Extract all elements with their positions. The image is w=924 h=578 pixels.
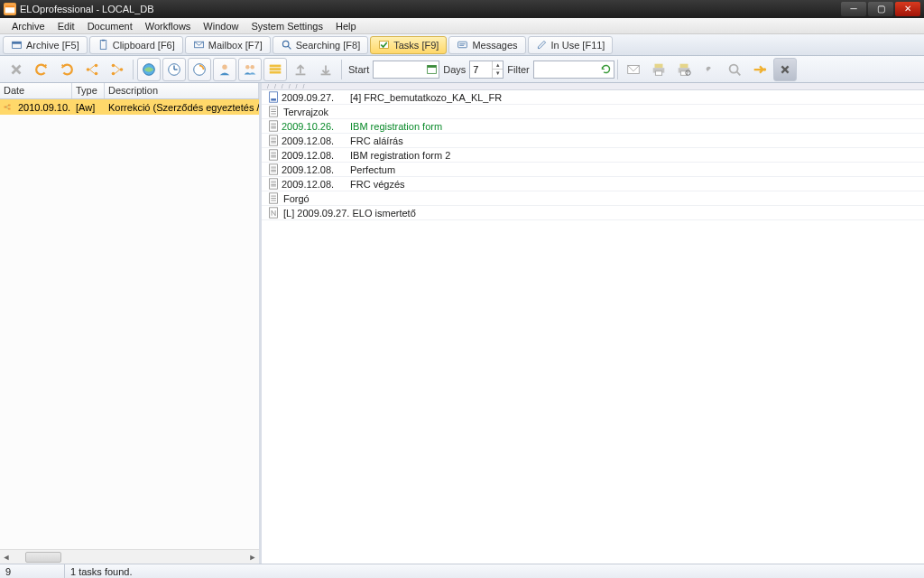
tab-tasks[interactable]: Tasks [F9] [370, 36, 447, 54]
svg-rect-67 [271, 166, 276, 168]
menu-document[interactable]: Document [81, 21, 139, 32]
workflow-branch-button[interactable] [106, 58, 129, 81]
days-field[interactable] [470, 61, 492, 78]
view-group-button[interactable] [238, 58, 262, 81]
app-icon [4, 3, 16, 15]
workflow-start-button[interactable] [80, 58, 104, 81]
view-clock-button[interactable] [162, 58, 186, 81]
document-title: Forgó [282, 193, 924, 204]
scroll-right-icon[interactable]: ► [246, 553, 259, 562]
document-row[interactable]: Tervrajzok [262, 105, 924, 119]
status-bar: 9 1 tasks found. [0, 564, 924, 578]
document-row[interactable]: 2009.12.08.FRC aláírás [262, 134, 924, 148]
document-date: 2009.10.26. [282, 121, 348, 132]
forward-button[interactable] [748, 58, 772, 81]
col-description[interactable]: Description [105, 83, 259, 98]
tab-clipboard[interactable]: Clipboard [F6] [89, 36, 183, 54]
refresh-icon[interactable] [599, 63, 614, 75]
svg-rect-58 [269, 135, 277, 145]
view-list-button[interactable] [263, 58, 287, 81]
upload-button[interactable] [289, 58, 312, 81]
task-row[interactable]: 2010.09.10. [Aw] Korrekció (Szerződés eg… [0, 99, 259, 115]
start-date-input[interactable] [373, 61, 439, 79]
tab-inuse[interactable]: In Use [F11] [528, 36, 614, 54]
svg-rect-9 [380, 41, 389, 48]
svg-rect-33 [427, 65, 436, 67]
svg-rect-37 [655, 70, 661, 75]
document-title: Perfectum [348, 164, 924, 175]
menu-system-settings[interactable]: System Settings [245, 21, 328, 32]
svg-point-13 [87, 68, 90, 71]
svg-rect-29 [270, 70, 282, 73]
view-tabs: Archive [F5] Clipboard [F6] Mailbox [F7]… [0, 34, 924, 56]
menu-window[interactable]: Window [197, 21, 245, 32]
days-spinner[interactable]: ▲▼ [469, 61, 504, 79]
svg-rect-66 [269, 164, 277, 174]
svg-rect-55 [271, 123, 276, 125]
mailbox-icon [193, 39, 205, 51]
tab-mailbox[interactable]: Mailbox [F7] [185, 36, 271, 54]
svg-rect-10 [458, 42, 467, 48]
window-close-button[interactable]: ✕ [895, 2, 920, 16]
separator [341, 60, 342, 79]
download-button[interactable] [314, 58, 337, 81]
document-row[interactable]: 2009.12.08.IBM registration form 2 [262, 148, 924, 163]
task-rows: 2010.09.10. [Aw] Korrekció (Szerződés eg… [0, 99, 259, 549]
view-world-button[interactable] [137, 58, 161, 81]
filter-field[interactable] [534, 64, 599, 75]
document-date: 2009.12.08. [282, 150, 348, 161]
svg-rect-5 [102, 40, 105, 42]
mail-button[interactable] [622, 58, 645, 81]
menu-archive[interactable]: Archive [5, 21, 51, 32]
document-title: FRC végzés [348, 179, 924, 190]
document-row[interactable]: 2009.12.08.Perfectum [262, 163, 924, 177]
menu-workflows[interactable]: Workflows [139, 21, 198, 32]
menu-help[interactable]: Help [329, 21, 363, 32]
svg-point-7 [282, 41, 289, 47]
delete-button[interactable] [5, 58, 28, 81]
document-row[interactable]: Forgó [262, 191, 924, 206]
document-icon [265, 106, 282, 117]
document-row[interactable]: [L] 2009.09.27. ELO ismertető [262, 206, 924, 220]
document-row[interactable]: 2009.09.27.[4] FRC_bemutatkozo_KA_KL_FR [262, 90, 924, 105]
horizontal-scrollbar[interactable]: ◄ ► [0, 549, 259, 564]
svg-line-8 [288, 46, 291, 49]
close-panel-button[interactable] [773, 58, 797, 81]
tab-tasks-label: Tasks [F9] [393, 40, 439, 51]
tab-searching[interactable]: Searching [F8] [273, 36, 369, 54]
document-row[interactable]: 2009.10.26.IBM registration form [262, 119, 924, 134]
calendar-icon[interactable] [424, 63, 439, 75]
tab-archive[interactable]: Archive [F5] [3, 36, 88, 54]
spin-down-icon[interactable]: ▼ [492, 70, 503, 78]
view-user-button[interactable] [213, 58, 236, 81]
undo-button[interactable] [30, 58, 53, 81]
view-recent-button[interactable] [188, 58, 211, 81]
filter-input[interactable] [533, 61, 614, 79]
window-minimize-button[interactable]: ─ [841, 2, 866, 16]
menu-edit[interactable]: Edit [51, 21, 81, 32]
print-button[interactable] [647, 58, 670, 81]
scroll-thumb[interactable] [25, 552, 61, 563]
spin-up-icon[interactable]: ▲ [492, 61, 503, 70]
svg-point-44 [762, 68, 766, 71]
start-label: Start [348, 64, 369, 75]
redo-button[interactable] [55, 58, 79, 81]
window-maximize-button[interactable]: ▢ [868, 2, 893, 16]
messages-icon [457, 39, 468, 51]
document-icon [265, 135, 282, 146]
print-preview-button[interactable] [672, 58, 696, 81]
start-date-field[interactable] [374, 64, 424, 75]
main-area: Date Type Description 2010.09.10. [Aw] K… [0, 83, 924, 564]
document-row[interactable]: 2009.12.08.FRC végzés [262, 177, 924, 191]
document-icon [265, 192, 282, 204]
tool-button[interactable] [698, 58, 721, 81]
tab-messages[interactable]: Messages [448, 36, 525, 54]
col-type[interactable]: Type [72, 83, 105, 98]
svg-rect-71 [271, 181, 276, 182]
pane-grip[interactable]: / / / / / / [262, 83, 924, 90]
col-date[interactable]: Date [0, 83, 72, 98]
task-desc: Korrekció (Szerződés egyeztetés / 4RC) [105, 101, 259, 114]
zoom-button[interactable] [723, 58, 746, 81]
svg-rect-1 [5, 5, 15, 8]
scroll-left-icon[interactable]: ◄ [0, 553, 13, 562]
